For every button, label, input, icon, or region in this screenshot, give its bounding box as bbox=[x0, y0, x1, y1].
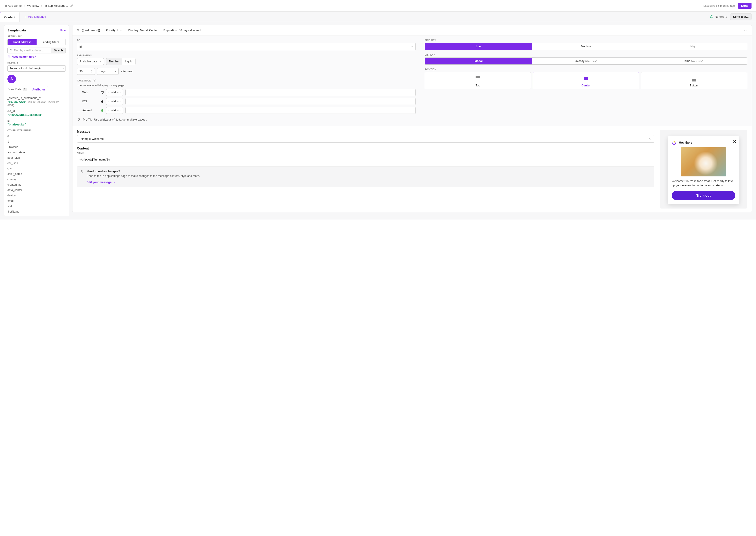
attr-item[interactable]: firstName bbox=[7, 209, 66, 214]
search-mode-email[interactable]: email address bbox=[8, 39, 37, 45]
sample-data-title: Sample data bbox=[7, 28, 26, 32]
help-circle-icon[interactable]: ? bbox=[93, 79, 96, 83]
name-input[interactable] bbox=[77, 156, 654, 163]
attr-item[interactable]: Browser bbox=[7, 144, 66, 150]
attr-item[interactable]: first bbox=[7, 204, 66, 209]
position-center[interactable]: Center bbox=[533, 72, 639, 89]
hide-panel-link[interactable]: Hide bbox=[60, 29, 66, 32]
changes-title: Need to make changes? bbox=[87, 170, 200, 173]
position-bottom[interactable]: Bottom bbox=[641, 72, 747, 89]
pro-tip-link[interactable]: target multiple pages bbox=[119, 118, 146, 121]
message-template-select[interactable]: Example Welcome bbox=[77, 135, 654, 143]
stepper-icon[interactable]: ▲▼ bbox=[91, 70, 92, 73]
search-mode-segment: email address adding filters bbox=[7, 39, 66, 45]
attr-item[interactable]: data_center bbox=[7, 187, 66, 193]
expiration-type-select[interactable]: A relative date ▾ bbox=[77, 58, 104, 65]
chevron-right-icon bbox=[113, 181, 115, 184]
display-overlay[interactable]: Overlay (Web only) bbox=[532, 58, 640, 64]
search-tips-link[interactable]: Need search tips? bbox=[7, 55, 66, 58]
tab-content[interactable]: Content bbox=[0, 12, 19, 22]
chevron-right-icon: › bbox=[24, 4, 25, 7]
display-inline[interactable]: Inline (Web only) bbox=[640, 58, 747, 64]
attr-item[interactable]: color_name bbox=[7, 171, 66, 177]
edit-message-link[interactable]: Edit your message bbox=[87, 181, 200, 184]
done-button[interactable]: Done bbox=[738, 3, 752, 9]
preview-greeting: Hey there! bbox=[679, 141, 693, 144]
summary-priority: Priority: Low bbox=[106, 29, 122, 32]
web-url-input[interactable] bbox=[125, 89, 416, 96]
apple-icon bbox=[101, 100, 104, 103]
content-heading: Content bbox=[77, 147, 654, 150]
breadcrumb-item[interactable]: In-App Demo bbox=[5, 4, 22, 7]
priority-label: PRIORITY bbox=[425, 39, 747, 42]
android-condition-select[interactable]: contains▾ bbox=[106, 107, 123, 114]
no-errors-indicator: No errors bbox=[710, 15, 727, 18]
format-number[interactable]: Number bbox=[106, 58, 122, 65]
tab-event-data[interactable]: Event Data 0 bbox=[7, 85, 27, 93]
tab-attributes[interactable]: Attributes bbox=[30, 86, 48, 93]
message-heading: Message bbox=[77, 130, 654, 133]
results-select[interactable]: Person with id bhaizesgkc ▾ bbox=[7, 65, 66, 72]
attr-item[interactable]: country bbox=[7, 177, 66, 182]
ios-condition-select[interactable]: contains▾ bbox=[106, 98, 123, 105]
format-liquid[interactable]: Liquid bbox=[122, 58, 135, 65]
preview-card: ✕ Hey there! Welcome! You're in for a tr… bbox=[668, 136, 740, 204]
breadcrumb-current: In-app Message 1 bbox=[45, 4, 68, 7]
event-count-badge: 0 bbox=[23, 88, 27, 91]
android-icon bbox=[101, 109, 104, 112]
send-test-button[interactable]: Send test... bbox=[730, 14, 751, 20]
attr-item[interactable]: email bbox=[7, 198, 66, 204]
position-top[interactable]: Top bbox=[425, 72, 531, 89]
breadcrumb-item[interactable]: Workflow bbox=[27, 4, 39, 7]
caret-down-icon: ▾ bbox=[115, 70, 116, 73]
attr-item[interactable]: beer_blob bbox=[7, 155, 66, 160]
attr-item[interactable]: device bbox=[7, 193, 66, 198]
search-button[interactable]: Search bbox=[51, 48, 66, 53]
search-input[interactable] bbox=[14, 49, 49, 52]
after-sent-label: after sent bbox=[121, 70, 133, 73]
ios-checkbox[interactable] bbox=[77, 100, 80, 103]
attr-item[interactable]: 1 bbox=[7, 139, 66, 144]
svg-rect-3 bbox=[101, 91, 104, 93]
add-language-button[interactable]: Add language bbox=[19, 15, 50, 18]
pencil-icon[interactable] bbox=[70, 4, 73, 7]
priority-low[interactable]: Low bbox=[425, 43, 532, 50]
to-label: TO bbox=[77, 39, 416, 42]
web-checkbox[interactable] bbox=[77, 91, 80, 94]
page-rule-text: The message will display on any page. bbox=[77, 84, 416, 87]
web-condition-select[interactable]: contains▾ bbox=[106, 89, 123, 96]
expiration-unit-select[interactable]: days ▾ bbox=[97, 68, 119, 75]
summary-expiration: Expiration: 30 days after sent bbox=[164, 29, 201, 32]
preview-cta-button[interactable]: Try it out bbox=[672, 191, 735, 200]
attr-item[interactable]: account_state bbox=[7, 150, 66, 155]
android-checkbox[interactable] bbox=[77, 109, 80, 112]
attr-key: cio_id bbox=[7, 110, 66, 113]
preview-area: ✕ Hey there! Welcome! You're in for a tr… bbox=[660, 130, 747, 209]
plus-icon bbox=[23, 15, 27, 18]
monitor-icon bbox=[101, 91, 104, 94]
chevron-right-icon: › bbox=[41, 4, 42, 7]
android-label: Android bbox=[82, 109, 99, 112]
attr-item[interactable]: created_at bbox=[7, 182, 66, 187]
attr-item[interactable]: car_json bbox=[7, 160, 66, 166]
attr-item[interactable]: city bbox=[7, 166, 66, 171]
expiration-number-input[interactable]: ▲▼ bbox=[77, 68, 95, 75]
position-center-icon bbox=[583, 75, 589, 82]
svg-point-0 bbox=[710, 16, 713, 18]
priority-high[interactable]: High bbox=[640, 43, 747, 50]
display-modal[interactable]: Modal bbox=[425, 58, 532, 64]
close-icon[interactable]: ✕ bbox=[733, 139, 736, 144]
search-mode-filters[interactable]: adding filters bbox=[37, 39, 66, 45]
help-circle-icon bbox=[7, 55, 11, 58]
position-bottom-icon bbox=[691, 75, 697, 82]
to-select[interactable]: id bbox=[77, 43, 416, 50]
brand-logo-icon bbox=[672, 140, 677, 145]
lightbulb-icon bbox=[77, 118, 80, 121]
priority-segment: Low Medium High bbox=[425, 43, 747, 50]
attr-item[interactable]: 0 bbox=[7, 134, 66, 139]
ios-url-input[interactable] bbox=[125, 98, 416, 105]
priority-medium[interactable]: Medium bbox=[532, 43, 640, 50]
collapse-icon[interactable] bbox=[744, 28, 747, 32]
android-url-input[interactable] bbox=[125, 107, 416, 114]
search-by-label: SEARCH BY bbox=[7, 35, 66, 38]
